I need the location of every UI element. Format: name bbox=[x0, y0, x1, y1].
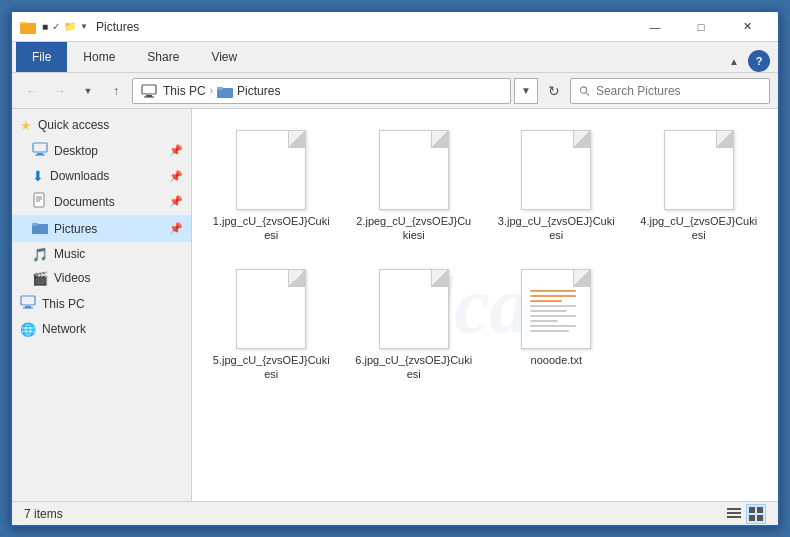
desktop-icon bbox=[32, 141, 48, 160]
sidebar-label-music: Music bbox=[54, 247, 85, 261]
grid-view-button[interactable] bbox=[746, 504, 766, 524]
address-path[interactable]: This PC › Pictures bbox=[132, 78, 511, 104]
path-this-pc: This PC bbox=[163, 84, 206, 98]
sidebar-item-pictures[interactable]: Pictures 📌 bbox=[12, 215, 191, 242]
qat-icon-2[interactable]: ✓ bbox=[52, 21, 60, 32]
sidebar-label-videos: Videos bbox=[54, 271, 90, 285]
sidebar-item-videos[interactable]: 🎬 Videos bbox=[12, 266, 191, 290]
pictures-folder-icon bbox=[32, 219, 48, 238]
computer-icon bbox=[20, 294, 36, 313]
sidebar-item-downloads[interactable]: ⬇ Downloads 📌 bbox=[12, 164, 191, 188]
file-item[interactable]: 6.jpg_cU_{zvsOEJ}Cukiesi bbox=[347, 260, 482, 391]
list-view-button[interactable] bbox=[724, 504, 744, 524]
ribbon-collapse-button[interactable]: ▲ bbox=[724, 51, 744, 71]
file-icon-wrapper bbox=[231, 130, 311, 210]
window-title: Pictures bbox=[96, 20, 632, 34]
sidebar-item-documents[interactable]: Documents 📌 bbox=[12, 188, 191, 215]
svg-rect-22 bbox=[727, 508, 741, 510]
file-area: islcam 1.jpg_cU_{zvsOEJ}Cukiesi 2.jpeg_c… bbox=[192, 109, 778, 501]
sidebar-label-documents: Documents bbox=[54, 195, 115, 209]
file-name: nooode.txt bbox=[531, 353, 582, 367]
qat-dropdown[interactable]: ▼ bbox=[80, 22, 88, 31]
svg-rect-23 bbox=[727, 512, 741, 514]
file-page-icon bbox=[379, 269, 449, 349]
file-name: 3.jpg_cU_{zvsOEJ}Cukiesi bbox=[496, 214, 616, 243]
file-icon-wrapper bbox=[516, 269, 596, 349]
ribbon-tabs: File Home Share View ▲ ? bbox=[12, 42, 778, 72]
sidebar: ★ Quick access Desktop 📌 ⬇ Downloads bbox=[12, 109, 192, 501]
file-icon-wrapper bbox=[374, 269, 454, 349]
search-input[interactable] bbox=[596, 84, 761, 98]
tab-file[interactable]: File bbox=[16, 42, 67, 72]
svg-rect-2 bbox=[20, 24, 36, 34]
file-name: 4.jpg_cU_{zvsOEJ}Cukiesi bbox=[639, 214, 759, 243]
view-toggle bbox=[724, 504, 766, 524]
sidebar-label-this-pc: This PC bbox=[42, 297, 85, 311]
qat-icon-3[interactable]: 📁 bbox=[64, 21, 76, 32]
svg-rect-27 bbox=[749, 515, 755, 521]
file-item[interactable]: 2.jpeg_cU_{zvsOEJ}Cukiesi bbox=[347, 121, 482, 252]
svg-line-9 bbox=[586, 92, 589, 95]
file-page-icon bbox=[379, 130, 449, 210]
svg-rect-24 bbox=[727, 516, 741, 518]
sidebar-label-network: Network bbox=[42, 322, 86, 336]
file-name: 6.jpg_cU_{zvsOEJ}Cukiesi bbox=[354, 353, 474, 382]
svg-rect-7 bbox=[217, 87, 223, 90]
ribbon-controls: ▲ ? bbox=[724, 50, 774, 72]
tab-home[interactable]: Home bbox=[67, 42, 131, 72]
music-icon: 🎵 bbox=[32, 247, 48, 262]
file-icon-wrapper bbox=[516, 130, 596, 210]
path-segment: This PC › Pictures bbox=[141, 83, 280, 99]
item-count: 7 items bbox=[24, 507, 63, 521]
sidebar-label-pictures: Pictures bbox=[54, 222, 97, 236]
search-box[interactable] bbox=[570, 78, 770, 104]
maximize-button[interactable]: □ bbox=[678, 12, 724, 42]
status-bar: 7 items bbox=[12, 501, 778, 525]
up-button[interactable]: ↑ bbox=[104, 79, 128, 103]
help-button[interactable]: ? bbox=[748, 50, 770, 72]
file-item[interactable]: nooode.txt bbox=[489, 260, 624, 391]
path-pictures: Pictures bbox=[237, 84, 280, 98]
file-page-icon bbox=[664, 130, 734, 210]
sidebar-item-network[interactable]: 🌐 Network bbox=[12, 317, 191, 341]
sidebar-item-this-pc[interactable]: This PC bbox=[12, 290, 191, 317]
back-button[interactable]: ← bbox=[20, 79, 44, 103]
qat-icon-1[interactable]: ■ bbox=[42, 21, 48, 32]
svg-point-8 bbox=[580, 86, 586, 92]
sidebar-item-quick-access[interactable]: ★ Quick access bbox=[12, 113, 191, 137]
file-icon-wrapper bbox=[374, 130, 454, 210]
sidebar-item-desktop[interactable]: Desktop 📌 bbox=[12, 137, 191, 164]
file-item[interactable]: 3.jpg_cU_{zvsOEJ}Cukiesi bbox=[489, 121, 624, 252]
pin-icon-desktop: 📌 bbox=[169, 144, 183, 157]
sidebar-label-quick-access: Quick access bbox=[38, 118, 109, 132]
file-item[interactable]: 4.jpg_cU_{zvsOEJ}Cukiesi bbox=[632, 121, 767, 252]
file-page-icon bbox=[236, 269, 306, 349]
svg-rect-26 bbox=[757, 507, 763, 513]
star-icon: ★ bbox=[20, 118, 32, 133]
minimize-button[interactable]: — bbox=[632, 12, 678, 42]
svg-rect-3 bbox=[142, 85, 156, 94]
file-item[interactable]: 5.jpg_cU_{zvsOEJ}Cukiesi bbox=[204, 260, 339, 391]
main-content: ★ Quick access Desktop 📌 ⬇ Downloads bbox=[12, 109, 778, 501]
tab-share[interactable]: Share bbox=[131, 42, 195, 72]
svg-rect-19 bbox=[21, 296, 35, 305]
tab-view[interactable]: View bbox=[195, 42, 253, 72]
svg-rect-13 bbox=[34, 193, 44, 207]
forward-button[interactable]: → bbox=[48, 79, 72, 103]
file-grid: 1.jpg_cU_{zvsOEJ}Cukiesi 2.jpeg_cU_{zvsO… bbox=[204, 121, 766, 390]
recent-button[interactable]: ▼ bbox=[76, 79, 100, 103]
sidebar-item-music[interactable]: 🎵 Music bbox=[12, 242, 191, 266]
file-page-icon bbox=[521, 130, 591, 210]
svg-rect-18 bbox=[32, 223, 38, 226]
window-icon bbox=[20, 19, 36, 35]
file-item[interactable]: 1.jpg_cU_{zvsOEJ}Cukiesi bbox=[204, 121, 339, 252]
videos-icon: 🎬 bbox=[32, 271, 48, 286]
ribbon: File Home Share View ▲ ? bbox=[12, 42, 778, 73]
path-dropdown-button[interactable]: ▼ bbox=[514, 78, 538, 104]
pin-icon-downloads: 📌 bbox=[169, 170, 183, 183]
file-name: 2.jpeg_cU_{zvsOEJ}Cukiesi bbox=[354, 214, 474, 243]
svg-rect-25 bbox=[749, 507, 755, 513]
close-button[interactable]: ✕ bbox=[724, 12, 770, 42]
documents-icon bbox=[32, 192, 48, 211]
refresh-button[interactable]: ↻ bbox=[542, 79, 566, 103]
